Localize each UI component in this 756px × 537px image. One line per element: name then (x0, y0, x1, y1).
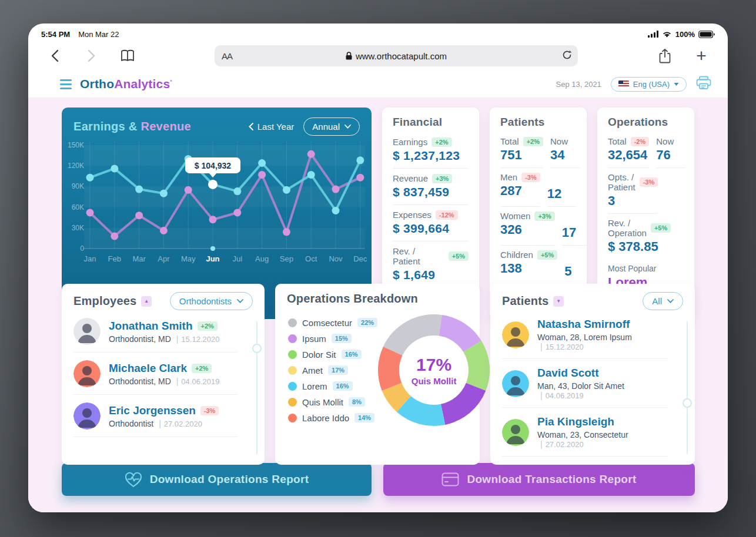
svg-text:0: 0 (80, 244, 84, 253)
address-bar[interactable]: AA www.orthocatapult.com (215, 45, 578, 66)
list-item[interactable]: Natasha Smirnoff Woman, 28, Lorem Ipsum … (502, 310, 668, 359)
stat-value: $ 1,237,123 (393, 149, 469, 163)
person-name: Pia Kingsleigh (537, 415, 668, 428)
bookmarks-button[interactable] (118, 46, 138, 66)
download-transactions-report-button[interactable]: Download Transactions Report (383, 463, 695, 496)
stat-cell: Rev. / Operation+5% $ 378.85 (608, 214, 671, 259)
svg-text:Jan: Jan (84, 254, 96, 263)
legend-percent-badge: 15% (332, 334, 352, 343)
usa-flag-icon (618, 80, 629, 88)
stat-now-value: 34 (550, 147, 580, 163)
legend-percent-badge: 22% (357, 318, 377, 327)
patients-stat-row: Total+2% 751Now34 (500, 132, 576, 168)
person-details: Man, 43, Dolor Sit Amet |04.06.2019 (537, 381, 668, 400)
svg-text:60K: 60K (72, 203, 84, 212)
svg-text:Nov: Nov (329, 254, 343, 263)
patients-scrollbar[interactable] (687, 321, 688, 454)
avatar (502, 321, 529, 348)
patients-list-title: Patients ▼ (502, 294, 564, 308)
legend-dot (288, 382, 297, 391)
credit-card-icon (441, 472, 459, 486)
employees-title: Employees ▲ (73, 294, 152, 308)
person-details: Orthodontist |27.02.2020 (109, 419, 219, 428)
sort-down-icon[interactable]: ▼ (553, 296, 564, 307)
person-name: Michaele Clark+2% (109, 362, 219, 375)
svg-text:Aug: Aug (255, 254, 269, 263)
stat-cell: Women+3% 326 (500, 207, 555, 246)
stat-value: $ 837,459 (393, 185, 469, 199)
employees-card: Employees ▲ Orthodontists Jonat (62, 284, 265, 465)
employees-filter-dropdown[interactable]: Orthodontists (170, 292, 253, 310)
patients-scroll-knob[interactable] (683, 398, 692, 408)
financial-row: Revenue+3%$ 837,459 (393, 169, 469, 205)
svg-text:120K: 120K (68, 162, 84, 170)
list-item[interactable]: Michaele Clark+2% Orthodontist, MD |04.0… (73, 353, 237, 395)
avatar (502, 370, 529, 397)
brand-logo: OrthoAnalytics° (80, 77, 172, 91)
heart-pulse-icon (125, 472, 142, 488)
svg-text:Mar: Mar (132, 254, 146, 263)
financial-row: Earnings+2%$ 1,237,123 (393, 132, 469, 169)
stat-value: 751 (500, 147, 543, 163)
chevron-down-icon (667, 299, 674, 303)
svg-text:Apr: Apr (158, 254, 170, 263)
chart-tooltip: $ 104,932 (185, 157, 240, 177)
legend-item: Comsectetur 22% (288, 318, 377, 328)
lock-icon (346, 52, 352, 60)
person-details: Orthodontist, MD |04.06.2019 (109, 377, 219, 386)
trend-badge: +2% (192, 364, 212, 373)
app-header: OrthoAnalytics° Sep 13, 2021 Eng (USA) (28, 71, 728, 98)
svg-text:30K: 30K (72, 224, 84, 232)
share-button[interactable] (655, 46, 675, 66)
forward-button[interactable] (81, 46, 101, 66)
employees-scroll-knob[interactable] (252, 344, 262, 353)
period-dropdown[interactable]: Annual (303, 118, 360, 136)
download-operations-report-button[interactable]: Download Operations Report (62, 463, 372, 496)
back-button[interactable] (45, 46, 65, 66)
trend-badge: +2% (523, 137, 543, 146)
employees-scrollbar[interactable] (256, 321, 257, 454)
legend-percent-badge: 17% (328, 365, 348, 375)
trend-badge: +5% (651, 223, 671, 233)
list-item[interactable]: Pia Kingsleigh Woman, 23, Consectetur |2… (502, 408, 668, 457)
legend-label: Lorem (302, 381, 327, 391)
stat-label: Rev. / Patient+5% (393, 246, 469, 266)
language-selector[interactable]: Eng (USA) (611, 77, 687, 92)
stat-label: Expenses-12% (393, 210, 469, 220)
stat-label: Revenue+3% (393, 173, 469, 183)
trend-badge: -3% (640, 177, 658, 187)
patients-stat-row: Children+5% 1385 (500, 246, 576, 284)
breakdown-donut-chart[interactable]: 17% Quis Mollit (377, 314, 490, 427)
status-bar: 5:54 PM Mon Mar 22 100% (28, 24, 728, 41)
reload-button[interactable] (562, 50, 572, 62)
legend-dot (288, 366, 297, 375)
breakdown-title: Operations Breakdown (287, 292, 418, 306)
patients-stats-title: Patients (500, 116, 576, 129)
earnings-revenue-line-chart[interactable]: 030K60K90K120K150KJanFebMarAprMayJunJulA… (62, 138, 372, 272)
battery-percent: 100% (675, 30, 695, 39)
print-button[interactable] (696, 76, 711, 92)
stat-value: 287 (500, 183, 540, 199)
svg-text:Dec: Dec (353, 254, 367, 263)
legend-label: Comsectetur (302, 318, 352, 328)
legend-dot (288, 334, 297, 343)
list-item[interactable]: Jonathan Smith+2% Orthodontist, MD |15.1… (73, 310, 237, 353)
patients-filter-dropdown[interactable]: All (643, 292, 683, 310)
list-item[interactable]: David Scott Man, 43, Dolor Sit Amet |04.… (502, 359, 668, 408)
stat-label: Earnings+2% (393, 137, 469, 147)
legend-dot (288, 318, 297, 327)
chevron-down-icon (344, 125, 351, 129)
last-year-button[interactable]: Last Year (249, 122, 295, 132)
sort-up-icon[interactable]: ▲ (141, 296, 152, 307)
legend-item: Labore Iddo 14% (288, 413, 377, 423)
person-name: Jonathan Smith+2% (109, 320, 219, 333)
stat-now-cell: 17 (562, 207, 591, 246)
svg-text:Feb: Feb (108, 254, 121, 263)
wifi-icon (662, 31, 672, 38)
legend-item: Quis Mollit 8% (288, 397, 377, 407)
menu-icon[interactable] (60, 79, 72, 89)
avatar (73, 360, 101, 387)
person-name: Eric Jorgenssen-3% (109, 404, 219, 417)
list-item[interactable]: Eric Jorgenssen-3% Orthodontist |27.02.2… (73, 395, 237, 437)
new-tab-button[interactable]: + (691, 46, 711, 66)
